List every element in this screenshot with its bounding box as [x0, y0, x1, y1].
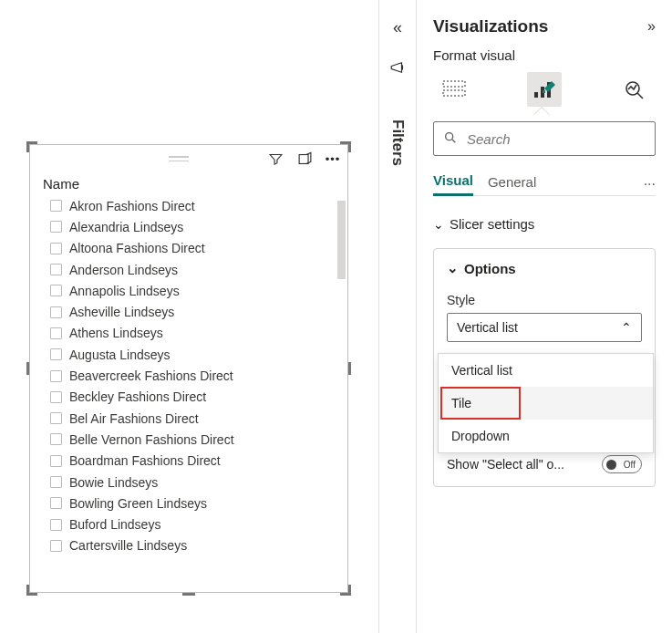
list-item-label: Anderson Lindseys	[69, 263, 178, 277]
format-visual-icon[interactable]	[527, 72, 562, 107]
mode-pointer	[533, 107, 550, 115]
list-item[interactable]: Alexandria Lindseys	[43, 216, 338, 237]
resize-corner-tl[interactable]	[26, 141, 37, 152]
visualizations-pane: Visualizations » Format visual Visual Ge…	[416, 0, 672, 633]
search-icon	[443, 130, 458, 148]
toggle-label: Show "Select all" o...	[447, 457, 564, 472]
list-item[interactable]: Athens Lindseys	[43, 323, 338, 344]
style-option-tile[interactable]: Tile	[439, 387, 653, 420]
chevron-up-icon: ⌃	[621, 320, 632, 335]
focus-mode-icon[interactable]	[293, 147, 316, 171]
slicer-settings-section[interactable]: ⌄ Slicer settings	[433, 216, 656, 232]
checkbox[interactable]	[50, 370, 62, 382]
resize-handle-right[interactable]	[348, 362, 351, 375]
checkbox[interactable]	[50, 455, 62, 467]
checkbox[interactable]	[50, 200, 62, 212]
report-canvas: ••• Name Akron Fashions DirectAlexandria…	[0, 0, 379, 633]
list-item[interactable]: Bel Air Fashions Direct	[43, 408, 338, 429]
checkbox[interactable]	[50, 221, 62, 233]
options-header[interactable]: ⌄ Options	[434, 260, 655, 276]
checkbox[interactable]	[50, 285, 62, 296]
list-item-label: Beavercreek Fashions Direct	[69, 368, 233, 383]
list-item[interactable]: Beckley Fashions Direct	[43, 387, 338, 408]
scrollbar-thumb[interactable]	[337, 201, 346, 279]
checkbox[interactable]	[50, 519, 62, 531]
svg-rect-3	[534, 92, 538, 98]
checkbox[interactable]	[50, 306, 62, 318]
analytics-icon[interactable]	[617, 72, 652, 107]
list-item-label: Asheville Lindseys	[69, 305, 174, 319]
format-tabs: Visual General ···	[433, 172, 656, 196]
resize-handle-left[interactable]	[26, 362, 29, 375]
list-item-label: Boardman Fashions Direct	[69, 453, 221, 468]
collapse-chevrons-icon[interactable]: «	[393, 18, 402, 37]
tab-general[interactable]: General	[488, 174, 536, 195]
options-card: ⌄ Options Style Vertical list ⌃ Vertical…	[433, 248, 656, 487]
list-item-label: Augusta Lindseys	[69, 348, 171, 362]
list-item[interactable]: Altoona Fashions Direct	[43, 238, 338, 259]
list-item[interactable]: Cartersville Lindseys	[43, 535, 338, 556]
tab-visual[interactable]: Visual	[433, 172, 473, 196]
checkbox[interactable]	[50, 433, 62, 445]
list-item-label: Altoona Fashions Direct	[69, 241, 205, 255]
list-item-label: Buford Lindseys	[69, 517, 160, 532]
list-item-label: Beckley Fashions Direct	[69, 389, 206, 404]
list-item[interactable]: Augusta Lindseys	[43, 344, 338, 365]
svg-rect-0	[299, 154, 308, 163]
list-item[interactable]: Asheville Lindseys	[43, 301, 338, 322]
list-item[interactable]: Beavercreek Fashions Direct	[43, 365, 338, 386]
filters-label[interactable]: Filters	[388, 119, 407, 166]
filters-icon[interactable]	[389, 59, 406, 76]
svg-rect-6	[543, 90, 545, 93]
list-item[interactable]: Buford Lindseys	[43, 514, 338, 534]
more-options-icon[interactable]: •••	[322, 152, 344, 166]
slicer-list[interactable]: Akron Fashions DirectAlexandria Lindseys…	[30, 195, 347, 587]
toggle-select-all[interactable]: Show "Select all" o... Off	[447, 455, 642, 473]
list-item[interactable]: Anderson Lindseys	[43, 259, 338, 280]
checkbox[interactable]	[50, 497, 62, 509]
switch-off[interactable]: Off	[602, 455, 642, 473]
list-item-label: Cartersville Lindseys	[69, 538, 187, 553]
checkbox[interactable]	[50, 540, 62, 552]
visual-header: •••	[30, 145, 347, 172]
chevron-down-icon: ⌄	[447, 260, 459, 276]
checkbox[interactable]	[50, 412, 62, 424]
list-item-label: Athens Lindseys	[69, 326, 163, 340]
format-subheading: Format visual	[433, 47, 656, 63]
chevron-down-icon: ⌄	[433, 217, 444, 232]
list-item[interactable]: Bowling Green Lindseys	[43, 493, 338, 514]
style-option-vertical-list[interactable]: Vertical list	[439, 354, 653, 387]
slicer-visual[interactable]: ••• Name Akron Fashions DirectAlexandria…	[29, 144, 348, 593]
clear-filter-icon[interactable]	[264, 147, 287, 171]
list-item[interactable]: Akron Fashions Direct	[43, 195, 338, 216]
slicer-title: Name	[30, 172, 347, 195]
checkbox[interactable]	[50, 476, 62, 488]
list-item-label: Annapolis Lindseys	[69, 284, 180, 298]
format-mode-switch	[433, 72, 656, 107]
checkbox[interactable]	[50, 264, 62, 275]
list-item[interactable]: Belle Vernon Fashions Direct	[43, 429, 338, 450]
style-option-dropdown[interactable]: Dropdown	[439, 420, 653, 452]
tabs-more-icon[interactable]: ···	[644, 176, 656, 192]
collapse-pane-icon[interactable]: »	[647, 18, 656, 35]
list-item[interactable]: Annapolis Lindseys	[43, 280, 338, 301]
checkbox[interactable]	[50, 391, 62, 403]
list-item[interactable]: Boardman Fashions Direct	[43, 451, 338, 472]
resize-handle-bottom[interactable]	[182, 593, 195, 596]
style-select[interactable]: Vertical list ⌃	[447, 313, 642, 342]
checkbox[interactable]	[50, 243, 62, 254]
checkbox[interactable]	[50, 348, 62, 360]
format-search[interactable]	[433, 121, 656, 156]
build-visual-icon[interactable]	[437, 72, 471, 107]
svg-rect-1	[443, 81, 465, 87]
list-item-label: Akron Fashions Direct	[69, 199, 195, 213]
resize-corner-tr[interactable]	[340, 141, 351, 152]
search-input[interactable]	[465, 130, 646, 148]
list-item-label: Belle Vernon Fashions Direct	[69, 432, 234, 447]
checkbox[interactable]	[50, 327, 62, 339]
list-item-label: Bel Air Fashions Direct	[69, 411, 199, 426]
drag-handle[interactable]	[169, 156, 189, 161]
svg-rect-2	[443, 90, 465, 96]
list-item[interactable]: Bowie Lindseys	[43, 472, 338, 493]
style-selected-value: Vertical list	[457, 320, 518, 335]
